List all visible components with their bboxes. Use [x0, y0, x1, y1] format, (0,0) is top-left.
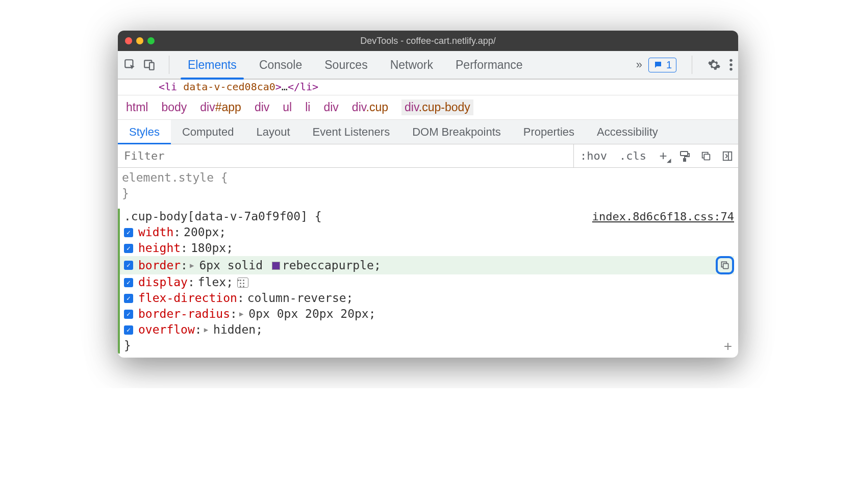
- css-value: 200px;: [184, 224, 226, 240]
- tab-network[interactable]: Network: [379, 51, 444, 79]
- svg-rect-8: [704, 154, 710, 160]
- hov-button[interactable]: :hov: [574, 149, 613, 162]
- cls-button[interactable]: .cls: [613, 149, 652, 162]
- subtab-properties[interactable]: Properties: [512, 120, 586, 144]
- add-rule-icon[interactable]: +: [724, 338, 732, 355]
- zoom-window-button[interactable]: [147, 37, 155, 44]
- css-property: flex-direction: [138, 290, 237, 306]
- window-title: DevTools - coffee-cart.netlify.app/: [118, 36, 738, 46]
- css-declaration[interactable]: ✓border:▶6px solid rebeccapurple;: [120, 256, 734, 274]
- breadcrumb-item[interactable]: ul: [283, 100, 292, 114]
- svg-point-4: [729, 63, 732, 66]
- tab-sources[interactable]: Sources: [313, 51, 379, 79]
- css-rule: .cup-body[data-v-7a0f9f00] { index.8d6c6…: [118, 209, 734, 354]
- css-property: height: [138, 240, 181, 256]
- separator: [692, 56, 692, 74]
- svg-rect-2: [149, 63, 154, 70]
- css-property: border-radius: [138, 306, 230, 322]
- subtab-accessibility[interactable]: Accessibility: [586, 120, 669, 144]
- expand-icon[interactable]: ▶: [204, 325, 208, 335]
- breadcrumb-item[interactable]: div.cup: [352, 100, 388, 114]
- issues-count: 1: [666, 59, 672, 71]
- flex-editor-icon[interactable]: [237, 278, 248, 288]
- breadcrumb-item[interactable]: body: [161, 100, 187, 114]
- css-property: display: [138, 274, 188, 290]
- tab-console[interactable]: Console: [248, 51, 313, 79]
- copy-declaration-icon[interactable]: [716, 256, 734, 274]
- device-toolbar-icon[interactable]: [142, 58, 157, 72]
- svg-point-5: [729, 68, 732, 70]
- tab-elements[interactable]: Elements: [177, 51, 248, 79]
- svg-rect-10: [723, 264, 728, 269]
- breadcrumb-item[interactable]: li: [305, 100, 310, 114]
- breadcrumb-item[interactable]: div.cup-body: [401, 99, 473, 115]
- close-window-button[interactable]: [125, 37, 132, 44]
- subtab-computed[interactable]: Computed: [171, 120, 245, 144]
- rule-selector[interactable]: .cup-body[data-v-7a0f9f00] {: [120, 209, 322, 224]
- minimize-window-button[interactable]: [136, 37, 143, 44]
- svg-rect-7: [684, 159, 686, 161]
- css-property: width: [138, 224, 173, 240]
- css-declaration[interactable]: ✓height:180px;: [120, 240, 734, 256]
- toggle-checkbox[interactable]: ✓: [124, 261, 133, 270]
- new-style-rule-icon[interactable]: +◢: [657, 149, 670, 163]
- css-declaration[interactable]: ✓overflow:▶hidden;: [120, 322, 734, 338]
- subtab-styles[interactable]: Styles: [118, 120, 171, 144]
- css-value: 180px;: [191, 240, 233, 256]
- expand-icon[interactable]: ▶: [190, 261, 194, 270]
- toggle-checkbox[interactable]: ✓: [124, 310, 133, 319]
- svg-point-3: [729, 59, 732, 62]
- css-value: 0px 0px 20px 20px;: [248, 306, 375, 322]
- separator: [169, 56, 169, 74]
- element-style-rule[interactable]: element.style { }: [122, 170, 734, 201]
- breadcrumbs: htmlbodydiv#appdivullidivdiv.cupdiv.cup-…: [118, 95, 738, 120]
- breadcrumb-item[interactable]: div: [323, 100, 338, 114]
- css-value: flex;: [198, 274, 233, 290]
- styles-pane: element.style { } .cup-body[data-v-7a0f9…: [118, 168, 738, 358]
- computed-sidebar-icon[interactable]: [721, 149, 734, 163]
- toggle-checkbox[interactable]: ✓: [124, 244, 133, 253]
- color-swatch[interactable]: [272, 262, 280, 270]
- css-property: overflow: [138, 322, 195, 338]
- css-value: hidden;: [213, 322, 263, 338]
- subtab-dom-breakpoints[interactable]: DOM Breakpoints: [401, 120, 512, 144]
- titlebar: DevTools - coffee-cart.netlify.app/: [118, 31, 738, 51]
- toggle-checkbox[interactable]: ✓: [124, 294, 133, 303]
- kebab-menu-icon[interactable]: [729, 58, 733, 71]
- issues-badge[interactable]: 1: [648, 58, 676, 72]
- css-value: 6px solid rebeccapurple;: [199, 258, 381, 273]
- expand-icon[interactable]: ▶: [239, 309, 243, 319]
- css-declaration[interactable]: ✓border-radius:▶0px 0px 20px 20px;: [120, 306, 734, 322]
- styles-filter-bar: :hov .cls +◢: [118, 144, 738, 168]
- settings-icon[interactable]: [708, 58, 721, 71]
- tab-performance[interactable]: Performance: [444, 51, 534, 79]
- main-toolbar: ElementsConsoleSourcesNetworkPerformance…: [118, 51, 738, 80]
- styles-subtabs: StylesComputedLayoutEvent ListenersDOM B…: [118, 120, 738, 144]
- copy-styles-icon[interactable]: [699, 149, 713, 163]
- toggle-checkbox[interactable]: ✓: [124, 278, 133, 287]
- subtab-layout[interactable]: Layout: [245, 120, 301, 144]
- rule-source-link[interactable]: index.8d6c6f18.css:74: [592, 209, 734, 224]
- window-controls: [125, 37, 155, 44]
- more-tabs-icon[interactable]: »: [630, 58, 648, 71]
- breadcrumb-item[interactable]: div#app: [200, 100, 241, 114]
- css-declaration[interactable]: ✓display:flex;: [120, 274, 734, 290]
- subtab-event-listeners[interactable]: Event Listeners: [301, 120, 401, 144]
- devtools-window: DevTools - coffee-cart.netlify.app/ Elem…: [118, 31, 738, 358]
- filter-input[interactable]: [118, 149, 573, 162]
- toggle-checkbox[interactable]: ✓: [124, 228, 133, 237]
- svg-rect-6: [681, 152, 688, 156]
- css-declaration[interactable]: ✓width:200px;: [120, 224, 734, 240]
- main-tabs: ElementsConsoleSourcesNetworkPerformance: [177, 51, 630, 79]
- breadcrumb-item[interactable]: div: [255, 100, 269, 114]
- css-declaration[interactable]: ✓flex-direction:column-reverse;: [120, 290, 734, 306]
- styles-paint-icon[interactable]: [678, 149, 691, 163]
- css-value: column-reverse;: [247, 290, 354, 306]
- inspect-element-icon[interactable]: [123, 58, 137, 72]
- toggle-checkbox[interactable]: ✓: [124, 325, 133, 335]
- dom-tree-line[interactable]: <li data-v-ced08ca0>…</li>: [118, 80, 738, 95]
- breadcrumb-item[interactable]: html: [126, 100, 148, 114]
- css-property: border: [138, 258, 181, 273]
